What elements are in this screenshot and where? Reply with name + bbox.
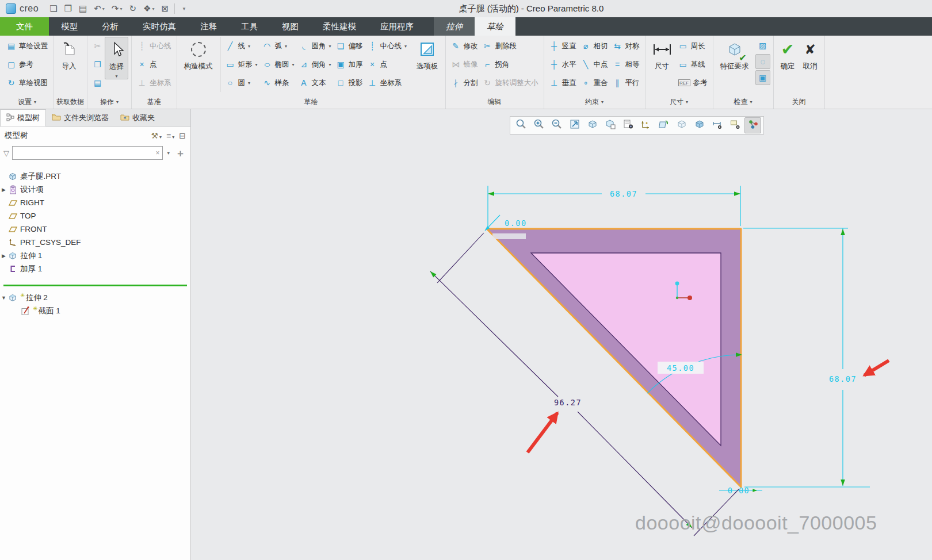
- ribbon-button-ellipse[interactable]: ○椭圆▾: [260, 55, 297, 74]
- inner-triangle-section[interactable]: [531, 253, 721, 446]
- clear-filter-icon[interactable]: ×: [154, 149, 161, 157]
- dimension-width-value[interactable]: 68.07: [610, 189, 637, 198]
- import-button[interactable]: 导入: [56, 37, 82, 71]
- feature-requirements-button[interactable]: ✔ 特征要求: [716, 37, 753, 71]
- regenerate-button[interactable]: ↻: [126, 2, 139, 16]
- chevron-down-icon[interactable]: ▾: [329, 44, 331, 49]
- panel-tab-favorites[interactable]: ✶收藏夹: [114, 109, 161, 126]
- redo-button[interactable]: ↷▾: [109, 2, 125, 16]
- ribbon-button-references[interactable]: ▢参考: [4, 55, 50, 74]
- sketch-orientation-button[interactable]: [655, 117, 672, 133]
- ribbon-button-modify[interactable]: ✎修改: [449, 37, 480, 55]
- ribbon-button-centerline[interactable]: ┊中心线▾: [365, 37, 410, 55]
- ribbon-button-arc[interactable]: ◠弧▾: [260, 37, 297, 55]
- ribbon-button-baseline-dimension[interactable]: ▭基线: [676, 55, 710, 74]
- tree-item[interactable]: TOP: [0, 209, 190, 223]
- ribbon-button-paste[interactable]: ▤: [90, 74, 105, 92]
- undo-button[interactable]: ↶▾: [91, 2, 108, 16]
- refit-button[interactable]: [566, 117, 583, 133]
- ribbon-button-divide[interactable]: ∤分割: [449, 74, 480, 92]
- view-normal-button[interactable]: [602, 117, 618, 133]
- dimension-hypotenuse-value[interactable]: 96.27: [554, 398, 582, 407]
- ribbon-button-coordinate-system[interactable]: ⊥坐标系: [365, 74, 410, 92]
- tree-item[interactable]: 桌子腿.PRT: [0, 170, 190, 183]
- tree-filter-input[interactable]: [14, 148, 154, 158]
- dimension-display-button[interactable]: [709, 117, 725, 133]
- dimension-zero-bottom-value[interactable]: 0.00: [728, 486, 750, 495]
- datum-display-button[interactable]: [637, 117, 654, 133]
- tree-item[interactable]: RIGHT: [0, 196, 190, 209]
- tree-item[interactable]: ✳截面 1: [0, 304, 190, 317]
- menu-tab-annotate[interactable]: 注释: [188, 17, 229, 36]
- tree-item[interactable]: 加厚 1: [0, 262, 190, 275]
- save-button[interactable]: ▤: [76, 2, 90, 16]
- ribbon-button-rectangle[interactable]: ▭矩形▾: [223, 55, 260, 74]
- ribbon-button-sketch-view[interactable]: ↻草绘视图: [4, 74, 50, 92]
- chevron-down-icon[interactable]: ▾: [255, 62, 258, 67]
- ribbon-button-coincident-constraint[interactable]: ∘重合: [579, 74, 610, 92]
- saved-views-button[interactable]: [584, 117, 601, 133]
- ribbon-button-vertical-constraint[interactable]: ┼竖直: [547, 37, 579, 55]
- ribbon-button-point[interactable]: ×点: [365, 55, 410, 74]
- ribbon-button-equal-constraint[interactable]: =相等: [610, 55, 642, 74]
- ribbon-button-project[interactable]: □投影: [334, 74, 365, 92]
- open-file-button[interactable]: ❐: [62, 2, 75, 16]
- plane-tag-display-button[interactable]: [727, 117, 743, 133]
- ribbon-button-fillet[interactable]: ◟圆角▾: [297, 37, 334, 55]
- window-button[interactable]: ❖▾: [140, 2, 157, 16]
- dimension-angle-value[interactable]: 45.00: [667, 363, 694, 373]
- collapse-arrow-icon[interactable]: ▼: [0, 295, 7, 301]
- zoom-region-button[interactable]: [513, 117, 529, 133]
- panel-tab-folder-browser[interactable]: 文件夹浏览器: [46, 109, 114, 126]
- highlighted-segment[interactable]: [492, 233, 526, 239]
- ok-button[interactable]: ✔ 确定: [777, 37, 799, 71]
- spin-center-button[interactable]: [744, 117, 761, 133]
- overlapping-geometry-button[interactable]: ▨: [755, 38, 770, 53]
- ribbon-button-point-datum[interactable]: ×点: [135, 55, 174, 74]
- ribbon-button-chamfer[interactable]: ⊿倒角▾: [297, 55, 334, 74]
- menu-tab-file[interactable]: 文件: [0, 17, 49, 36]
- ribbon-button-spline[interactable]: ∿样条: [260, 74, 297, 92]
- graphics-area[interactable]: 68.07 0.00 68.07 0.00: [191, 109, 932, 560]
- close-window-button[interactable]: ⊠: [158, 2, 171, 16]
- ribbon-button-tangent-constraint[interactable]: ⌀相切: [579, 37, 610, 55]
- tree-item[interactable]: ▶设计项: [0, 183, 190, 196]
- highlight-open-ends-button[interactable]: ◌: [755, 54, 770, 69]
- tree-item[interactable]: ▼✳拉伸 2: [0, 291, 190, 304]
- display-style-shaded-button[interactable]: [691, 117, 708, 133]
- customize-toolbar-dropdown[interactable]: ▼: [178, 2, 189, 16]
- ribbon-button-offset[interactable]: ❏偏移: [334, 37, 365, 55]
- chevron-down-icon[interactable]: ▾: [285, 44, 287, 49]
- menu-tab-analysis[interactable]: 分析: [90, 17, 131, 36]
- tree-settings-icon[interactable]: ≡▾: [166, 131, 174, 140]
- dimension-zero-top-value[interactable]: 0.00: [505, 218, 527, 228]
- tree-item[interactable]: PRT_CSYS_DEF: [0, 236, 190, 249]
- select-button[interactable]: 选择 ▾: [105, 37, 128, 79]
- menu-tab-model[interactable]: 模型: [49, 17, 90, 36]
- ribbon-button-perpendicular-constraint[interactable]: ⊥垂直: [547, 74, 579, 92]
- group-label-constraints[interactable]: 约束▾: [547, 95, 642, 109]
- group-label-setup[interactable]: 设置▾: [4, 95, 50, 109]
- expand-arrow-icon[interactable]: ▶: [0, 187, 7, 193]
- display-style-button[interactable]: [673, 117, 690, 133]
- ribbon-button-copy[interactable]: ❐: [90, 55, 105, 74]
- ribbon-button-parallel-constraint[interactable]: ∥平行: [610, 74, 642, 92]
- palette-button[interactable]: 选项板: [412, 37, 442, 71]
- tree-item[interactable]: ▶拉伸 1: [0, 249, 190, 262]
- chevron-down-icon[interactable]: ▾: [115, 74, 117, 79]
- zoom-in-button[interactable]: [530, 117, 547, 133]
- chevron-down-icon[interactable]: ▾: [292, 62, 295, 67]
- filter-dropdown-icon[interactable]: ▾: [166, 150, 171, 156]
- chevron-down-icon[interactable]: ▾: [404, 44, 407, 49]
- menu-tab-flexible-modeling[interactable]: 柔性建模: [311, 17, 368, 36]
- shade-closed-loops-button[interactable]: ▣: [755, 70, 770, 85]
- ribbon-button-delete-segment[interactable]: ✂删除段: [480, 37, 541, 55]
- menu-tab-sketch[interactable]: 草绘: [475, 17, 515, 36]
- menu-tab-extrude[interactable]: 拉伸: [434, 17, 475, 36]
- chevron-down-icon[interactable]: ▾: [329, 62, 331, 67]
- ribbon-button-thicken-tool[interactable]: ▣加厚: [334, 55, 365, 74]
- new-file-button[interactable]: ❏: [47, 2, 60, 16]
- zoom-out-button[interactable]: [548, 117, 565, 133]
- hide-tree-icon[interactable]: ⊟: [179, 131, 186, 140]
- construction-mode-button[interactable]: 构造模式: [180, 37, 217, 71]
